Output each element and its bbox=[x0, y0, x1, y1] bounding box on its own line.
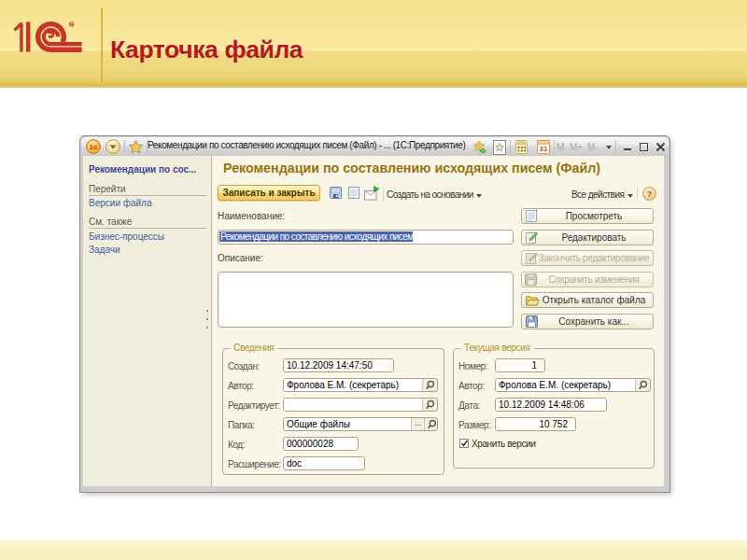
svg-text:R: R bbox=[70, 22, 73, 27]
svg-text:31: 31 bbox=[540, 145, 548, 153]
svg-text:1c: 1c bbox=[90, 143, 98, 151]
svg-text:?: ? bbox=[647, 189, 653, 199]
